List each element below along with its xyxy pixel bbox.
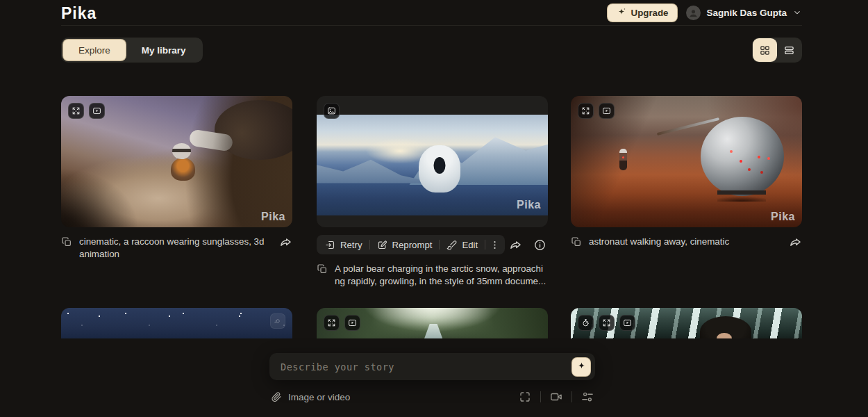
share-icon[interactable] [789, 236, 802, 249]
artwork-spacecraft [701, 117, 784, 196]
share-icon[interactable] [279, 236, 292, 249]
list-icon [783, 44, 795, 56]
tab-explore[interactable]: Explore [62, 39, 126, 61]
pika-app: Pika Upgrade Sagnik Das Gupta Explore My… [0, 0, 868, 417]
expand-button[interactable] [578, 103, 594, 119]
video-thumbnail-polar-bear[interactable]: Pika [317, 96, 548, 227]
artwork-raccoon-body [171, 158, 195, 181]
retry-label: Retry [340, 240, 362, 250]
loop-icon[interactable] [270, 313, 285, 329]
camera-mode-button[interactable] [550, 391, 562, 403]
settings-sliders-button[interactable] [581, 391, 594, 403]
more-options-button[interactable] [485, 235, 503, 254]
expand-button[interactable] [68, 103, 84, 119]
share-icon[interactable] [509, 238, 522, 252]
info-icon[interactable] [533, 238, 546, 252]
upgrade-label: Upgrade [631, 8, 669, 18]
artwork-bear [419, 145, 460, 193]
prompt-toolbar: Image or video [269, 390, 595, 404]
grid-view-button[interactable] [753, 38, 777, 62]
toolbar-divider [540, 391, 541, 402]
retry-button[interactable]: Retry [318, 235, 369, 254]
pika-watermark: Pika [261, 211, 285, 223]
artwork-astronaut [619, 149, 627, 170]
prompt-caption: cinematic, a raccoon wearing sunglasses,… [79, 236, 268, 261]
expand-button[interactable] [324, 315, 340, 331]
reprompt-button[interactable]: Reprompt [370, 235, 440, 254]
video-thumbnail-raccoon[interactable]: Pika [61, 96, 292, 227]
reprompt-label: Reprompt [392, 240, 433, 250]
copy-icon[interactable] [61, 236, 72, 247]
video-thumbnail-starry[interactable] [61, 308, 292, 338]
copy-icon[interactable] [317, 263, 328, 275]
video-thumbnail-valley[interactable] [317, 308, 548, 338]
generate-button[interactable] [571, 357, 591, 377]
prompt-area: Image or video [269, 353, 595, 404]
artwork-river [423, 324, 444, 338]
user-name: Sagnik Das Gupta [706, 8, 787, 18]
prompt-bar [269, 353, 595, 380]
artwork-spacecraft-lights [758, 156, 760, 158]
artwork-astronaut-light [622, 156, 624, 158]
header-right: Upgrade Sagnik Das Gupta [607, 3, 802, 22]
card-valley [317, 308, 548, 338]
avatar [686, 6, 701, 20]
video-button[interactable] [599, 103, 615, 119]
artwork-wolf [215, 100, 292, 160]
artwork-raccoon-head [172, 143, 191, 159]
copy-icon[interactable] [571, 236, 582, 247]
generation-actions: Retry Reprompt Edit [317, 235, 548, 254]
list-view-button[interactable] [777, 38, 801, 62]
paperclip-icon [271, 391, 282, 402]
toolbar-divider [571, 391, 572, 402]
card-starry-night [61, 308, 292, 338]
video-button[interactable] [89, 103, 105, 119]
artwork-arctic: Pika [317, 115, 548, 215]
sparkle-icon [617, 8, 626, 17]
account-menu[interactable]: Sagnik Das Gupta [686, 6, 802, 20]
timer-button[interactable] [578, 315, 594, 331]
prompt-caption: A polar bear charging in the arctic snow… [335, 263, 548, 288]
video-thumbnail-astronaut[interactable]: Pika [571, 96, 802, 227]
pika-logo[interactable]: Pika [61, 4, 97, 23]
artwork-person-face [717, 333, 732, 338]
header-divider [61, 25, 802, 26]
edit-button[interactable]: Edit [440, 235, 485, 254]
chevron-down-icon [792, 8, 802, 17]
pika-watermark: Pika [517, 199, 541, 211]
tab-my-library[interactable]: My library [126, 39, 201, 61]
view-toggle [752, 38, 802, 63]
tabs: Explore My library [61, 38, 203, 63]
edit-label: Edit [462, 240, 478, 250]
card-polar-bear: Pika Retry Reprompt Edit [317, 96, 548, 288]
card-astronaut: Pika astronaut walking away, cinematic [571, 96, 802, 249]
grid-icon [759, 44, 771, 56]
attach-label: Image or video [288, 392, 350, 402]
artwork-spacecraft-legs [717, 190, 766, 202]
video-button[interactable] [344, 315, 360, 331]
prompt-caption: astronaut walking away, cinematic [589, 236, 778, 248]
sparkle-icon [576, 361, 587, 372]
aspect-ratio-button[interactable] [519, 391, 531, 403]
pika-watermark: Pika [771, 211, 795, 223]
image-button[interactable] [324, 103, 340, 119]
card-scifi [571, 308, 802, 338]
video-button[interactable] [619, 315, 635, 331]
prompt-input[interactable] [269, 353, 595, 380]
video-thumbnail-scifi[interactable] [571, 308, 802, 338]
expand-button[interactable] [599, 315, 615, 331]
upgrade-button[interactable]: Upgrade [607, 3, 678, 22]
card-raccoon: Pika cinematic, a raccoon wearing sungla… [61, 96, 292, 261]
attach-media-button[interactable]: Image or video [271, 391, 350, 402]
